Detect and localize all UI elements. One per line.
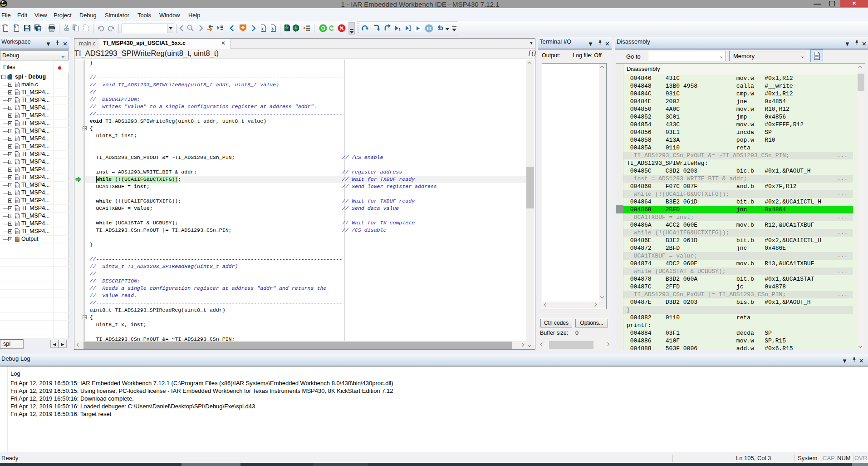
svg-text:c: c <box>16 215 18 218</box>
svg-text:c: c <box>16 92 18 95</box>
svg-text:c: c <box>16 146 18 149</box>
svg-text:c: c <box>16 184 18 188</box>
svg-text:c: c <box>16 123 18 126</box>
svg-text:c: c <box>16 192 18 195</box>
svg-text:c: c <box>16 115 18 118</box>
svg-text:c: c <box>16 223 18 226</box>
svg-text:c: c <box>16 130 18 134</box>
svg-text:c: c <box>16 154 18 157</box>
svg-text:c: c <box>16 200 18 203</box>
svg-text:c: c <box>16 107 18 110</box>
svg-text:c: c <box>16 138 18 141</box>
svg-text:c: c <box>16 169 18 172</box>
svg-text:c: c <box>16 99 18 103</box>
svg-text:c: c <box>16 84 18 87</box>
svg-text:c: c <box>16 208 18 211</box>
svg-text:c: c <box>16 161 18 164</box>
svg-text:c: c <box>16 231 18 234</box>
svg-text:c: c <box>16 177 18 180</box>
